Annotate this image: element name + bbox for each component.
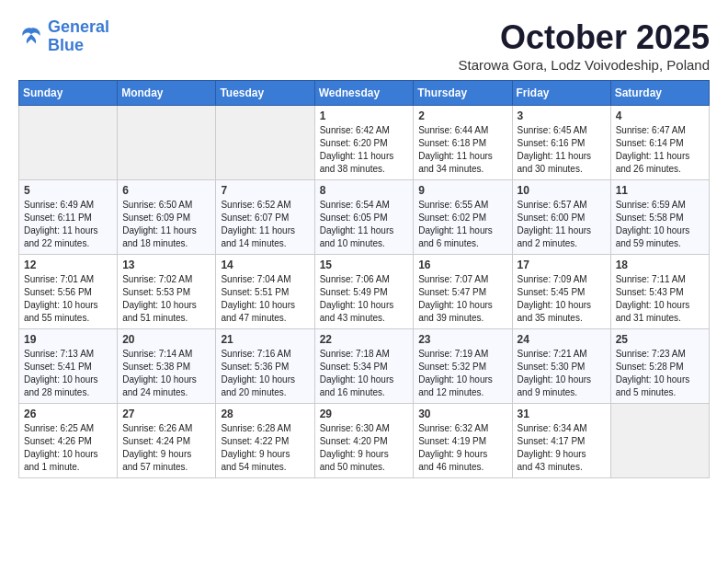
day-number: 24	[518, 333, 606, 346]
day-number: 14	[221, 259, 309, 271]
calendar-cell: 15Sunrise: 7:06 AM Sunset: 5:49 PM Dayli…	[314, 255, 414, 329]
day-info: Sunrise: 6:57 AM Sunset: 6:00 PM Dayligh…	[518, 199, 606, 250]
day-info: Sunrise: 7:14 AM Sunset: 5:38 PM Dayligh…	[122, 348, 210, 399]
day-info: Sunrise: 6:50 AM Sunset: 6:09 PM Dayligh…	[122, 199, 210, 250]
day-number: 23	[418, 333, 506, 346]
day-info: Sunrise: 7:02 AM Sunset: 5:53 PM Dayligh…	[122, 273, 210, 325]
calendar-week-2: 5Sunrise: 6:49 AM Sunset: 6:11 PM Daylig…	[19, 180, 710, 255]
day-number: 28	[221, 408, 309, 420]
day-info: Sunrise: 6:45 AM Sunset: 6:16 PM Dayligh…	[518, 124, 606, 176]
calendar-cell	[610, 404, 709, 478]
calendar-cell: 30Sunrise: 6:32 AM Sunset: 4:19 PM Dayli…	[414, 404, 512, 478]
day-number: 30	[418, 408, 506, 420]
day-number: 3	[518, 109, 606, 122]
day-info: Sunrise: 6:44 AM Sunset: 6:18 PM Dayligh…	[418, 124, 506, 176]
day-number: 20	[122, 333, 210, 346]
day-number: 6	[122, 184, 210, 197]
day-number: 29	[320, 408, 409, 420]
day-number: 9	[418, 184, 506, 197]
calendar-cell: 3Sunrise: 6:45 AM Sunset: 6:16 PM Daylig…	[512, 106, 610, 180]
day-info: Sunrise: 7:06 AM Sunset: 5:49 PM Dayligh…	[320, 273, 409, 325]
calendar-week-3: 12Sunrise: 7:01 AM Sunset: 5:56 PM Dayli…	[19, 255, 710, 329]
day-info: Sunrise: 7:23 AM Sunset: 5:28 PM Dayligh…	[616, 348, 704, 399]
day-number: 10	[518, 184, 606, 197]
day-number: 4	[616, 109, 704, 122]
day-number: 13	[122, 259, 210, 271]
calendar-cell: 29Sunrise: 6:30 AM Sunset: 4:20 PM Dayli…	[314, 404, 414, 478]
calendar-cell: 13Sunrise: 7:02 AM Sunset: 5:53 PM Dayli…	[118, 255, 216, 329]
logo-line1: General	[48, 17, 109, 36]
calendar-cell: 2Sunrise: 6:44 AM Sunset: 6:18 PM Daylig…	[414, 106, 512, 180]
day-number: 5	[24, 184, 112, 197]
day-number: 12	[24, 259, 112, 271]
calendar-cell: 23Sunrise: 7:19 AM Sunset: 5:32 PM Dayli…	[414, 329, 512, 404]
day-number: 17	[518, 259, 606, 271]
calendar-cell	[216, 106, 314, 180]
day-number: 26	[24, 408, 112, 420]
day-info: Sunrise: 6:54 AM Sunset: 6:05 PM Dayligh…	[320, 199, 409, 250]
day-info: Sunrise: 7:07 AM Sunset: 5:47 PM Dayligh…	[418, 273, 506, 325]
calendar-cell: 16Sunrise: 7:07 AM Sunset: 5:47 PM Dayli…	[414, 255, 512, 329]
day-info: Sunrise: 7:04 AM Sunset: 5:51 PM Dayligh…	[221, 273, 309, 325]
calendar-week-5: 26Sunrise: 6:25 AM Sunset: 4:26 PM Dayli…	[19, 404, 710, 478]
day-info: Sunrise: 7:19 AM Sunset: 5:32 PM Dayligh…	[418, 348, 506, 399]
weekday-header-tuesday: Tuesday	[216, 81, 314, 106]
calendar-cell: 25Sunrise: 7:23 AM Sunset: 5:28 PM Dayli…	[610, 329, 709, 404]
day-info: Sunrise: 6:25 AM Sunset: 4:26 PM Dayligh…	[24, 422, 112, 474]
day-info: Sunrise: 6:30 AM Sunset: 4:20 PM Dayligh…	[320, 422, 409, 474]
calendar-cell: 1Sunrise: 6:42 AM Sunset: 6:20 PM Daylig…	[314, 106, 414, 180]
calendar-cell: 18Sunrise: 7:11 AM Sunset: 5:43 PM Dayli…	[610, 255, 709, 329]
day-number: 8	[320, 184, 409, 197]
day-number: 21	[221, 333, 309, 346]
day-number: 18	[616, 259, 704, 271]
day-number: 11	[616, 184, 704, 197]
day-info: Sunrise: 6:59 AM Sunset: 5:58 PM Dayligh…	[616, 199, 704, 250]
calendar-cell: 8Sunrise: 6:54 AM Sunset: 6:05 PM Daylig…	[314, 180, 414, 255]
calendar-cell: 4Sunrise: 6:47 AM Sunset: 6:14 PM Daylig…	[610, 106, 709, 180]
calendar-week-4: 19Sunrise: 7:13 AM Sunset: 5:41 PM Dayli…	[19, 329, 710, 404]
logo: General Blue	[18, 18, 109, 55]
day-info: Sunrise: 7:16 AM Sunset: 5:36 PM Dayligh…	[221, 348, 309, 399]
page-header: General Blue October 2025 Starowa Gora, …	[18, 18, 710, 73]
day-number: 19	[24, 333, 112, 346]
day-info: Sunrise: 6:34 AM Sunset: 4:17 PM Dayligh…	[518, 422, 606, 474]
weekday-header-saturday: Saturday	[610, 81, 709, 106]
logo-icon	[18, 24, 44, 50]
weekday-header-wednesday: Wednesday	[314, 81, 414, 106]
logo-text: General Blue	[48, 18, 109, 55]
day-number: 25	[616, 333, 704, 346]
day-number: 31	[518, 408, 606, 420]
weekday-header-monday: Monday	[118, 81, 216, 106]
calendar-cell: 7Sunrise: 6:52 AM Sunset: 6:07 PM Daylig…	[216, 180, 314, 255]
day-number: 2	[418, 109, 506, 122]
calendar-cell: 17Sunrise: 7:09 AM Sunset: 5:45 PM Dayli…	[512, 255, 610, 329]
calendar-cell: 19Sunrise: 7:13 AM Sunset: 5:41 PM Dayli…	[19, 329, 118, 404]
calendar-week-1: 1Sunrise: 6:42 AM Sunset: 6:20 PM Daylig…	[19, 106, 710, 180]
calendar-cell: 26Sunrise: 6:25 AM Sunset: 4:26 PM Dayli…	[19, 404, 118, 478]
calendar-cell: 24Sunrise: 7:21 AM Sunset: 5:30 PM Dayli…	[512, 329, 610, 404]
calendar-cell: 14Sunrise: 7:04 AM Sunset: 5:51 PM Dayli…	[216, 255, 314, 329]
calendar-cell: 10Sunrise: 6:57 AM Sunset: 6:00 PM Dayli…	[512, 180, 610, 255]
weekday-header-sunday: Sunday	[19, 81, 118, 106]
day-number: 7	[221, 184, 309, 197]
calendar-cell: 12Sunrise: 7:01 AM Sunset: 5:56 PM Dayli…	[19, 255, 118, 329]
day-number: 16	[418, 259, 506, 271]
day-info: Sunrise: 6:26 AM Sunset: 4:24 PM Dayligh…	[122, 422, 210, 474]
calendar-table: SundayMondayTuesdayWednesdayThursdayFrid…	[18, 80, 710, 478]
day-info: Sunrise: 7:13 AM Sunset: 5:41 PM Dayligh…	[24, 348, 112, 399]
calendar-cell: 5Sunrise: 6:49 AM Sunset: 6:11 PM Daylig…	[19, 180, 118, 255]
calendar-cell: 21Sunrise: 7:16 AM Sunset: 5:36 PM Dayli…	[216, 329, 314, 404]
day-number: 15	[320, 259, 409, 271]
calendar-cell: 28Sunrise: 6:28 AM Sunset: 4:22 PM Dayli…	[216, 404, 314, 478]
day-info: Sunrise: 7:21 AM Sunset: 5:30 PM Dayligh…	[518, 348, 606, 399]
day-info: Sunrise: 6:28 AM Sunset: 4:22 PM Dayligh…	[221, 422, 309, 474]
weekday-header-thursday: Thursday	[414, 81, 512, 106]
calendar-cell: 20Sunrise: 7:14 AM Sunset: 5:38 PM Dayli…	[118, 329, 216, 404]
calendar-cell: 31Sunrise: 6:34 AM Sunset: 4:17 PM Dayli…	[512, 404, 610, 478]
logo-line2: Blue	[48, 36, 84, 54]
calendar-header-row: SundayMondayTuesdayWednesdayThursdayFrid…	[19, 81, 710, 106]
day-info: Sunrise: 7:11 AM Sunset: 5:43 PM Dayligh…	[616, 273, 704, 325]
calendar-cell: 6Sunrise: 6:50 AM Sunset: 6:09 PM Daylig…	[118, 180, 216, 255]
calendar-cell: 22Sunrise: 7:18 AM Sunset: 5:34 PM Dayli…	[314, 329, 414, 404]
calendar-cell	[118, 106, 216, 180]
